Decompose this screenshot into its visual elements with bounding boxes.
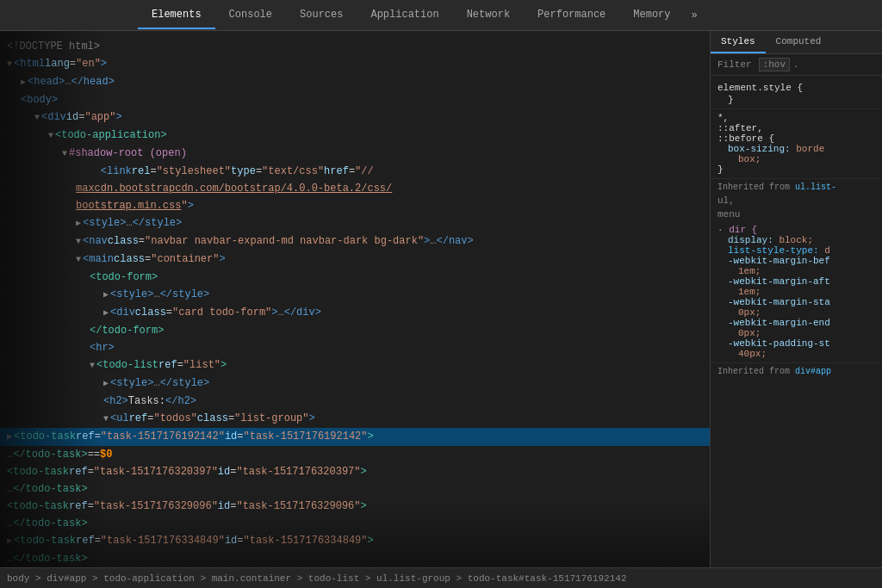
tab-more[interactable]: »	[685, 3, 705, 28]
style-rule-dir: · dir { display: block; list-style-type:…	[711, 221, 882, 363]
expand-arrow[interactable]: ▼	[103, 412, 109, 427]
component-tag: <todo-application>	[55, 127, 167, 143]
attr-value: "todos"	[153, 411, 196, 426]
expand-arrow[interactable]: ▶	[103, 376, 109, 392]
devtools-window: Elements Console Sources Application Net…	[0, 0, 882, 588]
attr-value: "en"	[76, 56, 101, 71]
html-line: ▼ <todo-list ref="list" >	[0, 356, 710, 374]
html-line: ▼ #shadow-root (open)	[0, 145, 710, 163]
attr-value: bootstrap.min.css	[76, 198, 181, 214]
styles-content[interactable]: element.style { } *, ::after, ::before {…	[711, 76, 882, 567]
tag-name: <h2>	[103, 393, 128, 409]
expand-arrow[interactable]: ▶	[7, 534, 12, 549]
tag-name: <ul	[110, 411, 129, 426]
devtools-tabs: Elements Console Sources Application Net…	[0, 0, 882, 31]
expand-arrow[interactable]: ▼	[34, 110, 40, 126]
html-line: ▼ <todo-application>	[0, 127, 710, 145]
expand-arrow[interactable]: ▼	[7, 57, 12, 72]
tag-close: </head>	[71, 74, 114, 90]
tag-name: <hr>	[90, 340, 115, 356]
tag-close: </style>	[133, 215, 183, 231]
html-line: ▶ <style> …</style>	[0, 374, 710, 393]
tag-name: <div	[110, 305, 135, 320]
tag-name: <nav	[83, 233, 108, 249]
component-tag: <todo-list	[96, 357, 158, 373]
attr-value: "task-1517176192142"	[244, 429, 368, 444]
component-tag: <todo-task	[7, 464, 69, 480]
filter-label: Filter	[717, 59, 752, 70]
expand-arrow[interactable]: ▼	[76, 234, 81, 250]
attr-value: "task-1517176334849"	[101, 533, 225, 548]
html-panel[interactable]: <!DOCTYPE html> ▼ <html lang="en" > ▶ <h…	[0, 31, 710, 567]
tab-memory[interactable]: Memory	[619, 2, 684, 29]
attr-value: "stylesheet"	[157, 164, 231, 179]
html-line: <body>	[0, 91, 710, 108]
attr-value: "card todo-form"	[172, 305, 271, 320]
styles-subtabs: Styles Computed	[711, 31, 882, 54]
expand-arrow[interactable]: ▶	[21, 75, 26, 90]
html-line: … </todo-task>	[0, 515, 710, 532]
tab-performance[interactable]: Performance	[524, 2, 619, 29]
tab-application[interactable]: Application	[357, 2, 452, 29]
component-tag: <todo-task	[7, 498, 69, 514]
tab-sources[interactable]: Sources	[286, 2, 357, 29]
component-tag: <todo-task	[14, 429, 76, 444]
filter-hover[interactable]: :hov	[759, 58, 790, 71]
ellipsis: …	[7, 447, 13, 462]
component-tag: </todo-form>	[90, 323, 164, 338]
expand-arrow[interactable]: ▶	[76, 216, 81, 232]
attr-name: id	[218, 498, 230, 514]
breadcrumb-text: body > div#app > todo-application > main…	[7, 573, 627, 584]
html-line: ▶ <todo-task ref="task-1517176334849" id…	[0, 532, 710, 550]
tab-network[interactable]: Network	[453, 2, 524, 29]
html-line-selected[interactable]: ▶ <todo-task ref="task-1517176192142" id…	[0, 428, 710, 446]
tag-name: <style>	[110, 375, 153, 391]
expand-arrow[interactable]: ▼	[48, 128, 53, 144]
expand-arrow[interactable]: ▼	[90, 358, 95, 374]
tag-name: <link	[101, 164, 132, 179]
attr-value: maxcdn.bootstrapcdn.com/bootstrap/4.0.0-…	[76, 181, 392, 196]
html-line: ▼ <div id="app" >	[0, 108, 710, 127]
html-line: <todo-task ref="task-1517176320397" id="…	[0, 463, 710, 480]
html-line: <hr>	[0, 339, 710, 356]
attr-name: type	[231, 164, 256, 179]
html-line: ▶ <div class="card todo-form" >…</div>	[0, 304, 710, 322]
tab-styles[interactable]: Styles	[711, 31, 766, 53]
html-line: ▶ <head> … </head>	[0, 73, 710, 91]
tag-name: <style>	[110, 287, 153, 302]
attr-name: ref	[76, 429, 95, 444]
attr-value: "list"	[183, 357, 220, 373]
html-line: ▼ <html lang="en" >	[0, 55, 710, 73]
attr-name: class	[135, 305, 166, 320]
text-node: Tasks:	[128, 393, 165, 409]
attr-name: id	[66, 109, 78, 125]
inherited-header-div: Inherited from div#app	[711, 363, 882, 378]
attr-value: "text/css"	[262, 164, 324, 179]
ellipsis: …	[65, 74, 71, 90]
attr-name: ref	[76, 533, 95, 548]
tab-console[interactable]: Console	[215, 2, 286, 29]
html-line: … </todo-task> == $0	[0, 446, 710, 463]
attr-value: "list-group"	[234, 411, 308, 426]
attr-name: class	[114, 251, 145, 267]
html-line: <todo-form>	[0, 269, 710, 286]
html-line: <!DOCTYPE html>	[0, 38, 710, 55]
breadcrumb-bar: body > div#app > todo-application > main…	[0, 567, 882, 588]
filter-dot: .	[793, 59, 799, 70]
expand-arrow[interactable]: ▼	[76, 252, 81, 268]
attr-name: lang	[45, 56, 70, 71]
style-rule-universal: *, ::after, ::before { box-sizing: borde…	[711, 109, 882, 179]
attr-name: ref	[129, 411, 148, 426]
html-line: ▶ <style> …</style>	[0, 286, 710, 304]
expand-arrow[interactable]: ▶	[7, 430, 12, 445]
attr-name: rel	[132, 164, 151, 179]
expand-arrow[interactable]: ▼	[62, 146, 67, 162]
html-line: ▼ <nav class="navbar navbar-expand-md na…	[0, 232, 710, 251]
expand-arrow[interactable]: ▶	[103, 288, 109, 303]
attr-value: "task-1517176192142"	[101, 429, 225, 444]
expand-arrow[interactable]: ▶	[103, 306, 109, 321]
html-line: <h2> Tasks: </h2>	[0, 393, 710, 410]
tab-elements[interactable]: Elements	[138, 2, 215, 29]
tab-computed[interactable]: Computed	[766, 31, 832, 53]
attr-value: "container"	[151, 251, 219, 267]
